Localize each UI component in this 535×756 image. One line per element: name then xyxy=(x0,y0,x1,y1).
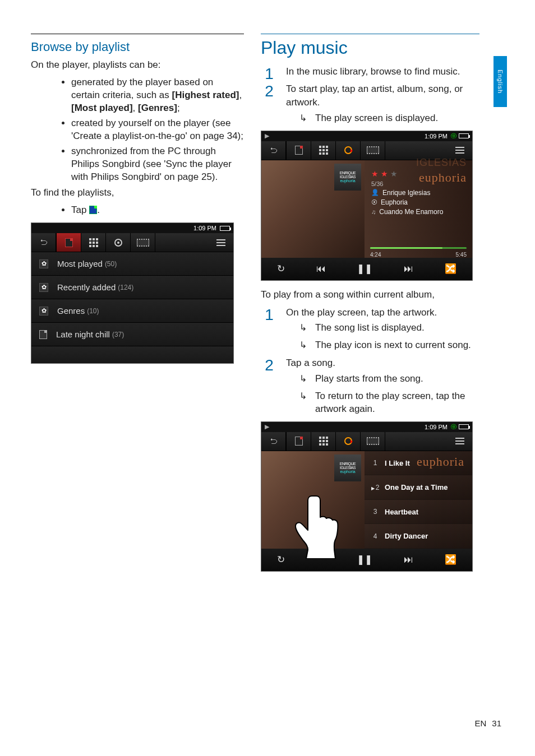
back-button[interactable]: ⮌ xyxy=(261,432,286,451)
within-step-1-result-b: The play icon is next to current song. xyxy=(299,339,479,352)
screenshot-song-list: ▶ 1:09 PM ⓔ ⮌ xyxy=(261,421,473,572)
within-step-2: Tap a song. Play starts from the song. T… xyxy=(261,356,479,415)
within-step-2-result-a: Play starts from the song. xyxy=(299,373,479,386)
album-artwork[interactable]: ENRIQUE IGLESIAS euphoria xyxy=(261,451,365,549)
tab-playlists[interactable] xyxy=(57,233,81,252)
song-number: 4 xyxy=(370,532,380,540)
playlist-label: Late night chill xyxy=(56,330,110,339)
screenshot-now-playing: ▶ 1:09 PM ⓔ ⮌ xyxy=(261,131,473,281)
playlist-count: (50) xyxy=(105,260,117,268)
song-title: One Day at a Time xyxy=(385,483,448,491)
pause-button[interactable]: ❚❚ xyxy=(357,554,372,565)
playlist-label: Most played xyxy=(57,259,103,268)
playlist-row[interactable]: Recently added (124) xyxy=(31,276,233,299)
status-time: 1:09 PM xyxy=(425,133,448,140)
total-time: 5:45 xyxy=(456,252,467,258)
song-title: I Like It xyxy=(385,459,410,467)
tab-videos[interactable] xyxy=(361,432,385,451)
song-number: 3 xyxy=(370,508,380,516)
tab-grid[interactable] xyxy=(311,141,336,160)
right-column: Play music In the music library, browse … xyxy=(261,34,479,579)
find-playlists-heading: To find the playlists, xyxy=(31,187,244,200)
signal-icon: ⓔ xyxy=(451,423,456,431)
signal-icon: ⓔ xyxy=(451,132,456,140)
left-column: Browse by playlist On the player, playli… xyxy=(31,34,244,579)
playlist-count: (37) xyxy=(112,331,124,338)
song-row[interactable]: 3Heartbeat xyxy=(365,500,472,525)
next-button[interactable]: ⏭ xyxy=(404,263,413,275)
shuffle-button[interactable]: 🔀 xyxy=(445,263,456,275)
playlist-row[interactable]: Late night chill (37) xyxy=(31,323,233,346)
bullet-created: created by yourself on the player (see '… xyxy=(71,117,244,143)
playlist-icon xyxy=(89,206,97,214)
song-title: Heartbeat xyxy=(385,508,418,516)
tab-grid[interactable] xyxy=(311,432,336,451)
toolbar: ⮌ xyxy=(31,233,233,252)
playlist-row[interactable]: Most played (50) xyxy=(31,252,233,276)
toolbar: ⮌ xyxy=(261,432,472,451)
song-number: 1 xyxy=(370,459,380,467)
menu-button[interactable] xyxy=(448,432,472,451)
page-footer: EN31 xyxy=(474,718,501,728)
next-button[interactable]: ⏭ xyxy=(404,554,413,565)
playlist-types-list: generated by the player based on certain… xyxy=(31,76,244,184)
playlist-row[interactable]: Genres (10) xyxy=(31,299,233,323)
pause-button[interactable]: ❚❚ xyxy=(357,263,372,275)
screenshot-playlist-list: 1:09 PM ⮌ Most played (50)Recently added… xyxy=(31,222,234,364)
progress-bar[interactable] xyxy=(370,247,467,249)
song-line: ♫Cuando Me Enamoro xyxy=(371,208,467,216)
bullet-synced: synchronized from the PC through Philips… xyxy=(71,145,244,184)
album-thumbnail: ENRIQUE IGLESIAS euphoria xyxy=(334,164,361,191)
playback-controls: ↻ ⏮ ❚❚ ⏭ 🔀 xyxy=(261,549,472,571)
song-title: Dirty Dancer xyxy=(385,532,428,540)
song-row[interactable]: 4Dirty Dancer xyxy=(365,524,472,549)
elapsed-time: 4:24 xyxy=(370,252,381,258)
shuffle-button[interactable]: 🔀 xyxy=(445,554,456,565)
playlist-count: (10) xyxy=(87,307,99,315)
tap-instruction: Tap . xyxy=(31,204,244,217)
playback-controls: ↻ ⏮ ❚❚ ⏭ 🔀 xyxy=(261,258,472,280)
language-tab: English xyxy=(494,56,507,107)
back-button[interactable]: ⮌ xyxy=(31,233,56,252)
tab-playlists[interactable] xyxy=(287,141,311,160)
playlist-label: Genres xyxy=(57,306,85,316)
status-bar: 1:09 PM xyxy=(31,223,233,233)
tab-now-playing[interactable] xyxy=(336,432,361,451)
tab-playlists[interactable] xyxy=(287,432,311,451)
song-row[interactable]: 2One Day at a Time xyxy=(365,475,472,500)
album-line: ⦿Euphoria xyxy=(371,198,467,206)
within-step-2-result-b: To return to the play screen, tap the ar… xyxy=(299,390,479,416)
playlist-count: (124) xyxy=(118,284,133,291)
battery-icon xyxy=(459,133,469,138)
tab-now-playing[interactable] xyxy=(336,141,361,160)
within-step-1-result-a: The song list is displayed. xyxy=(299,322,479,335)
browse-by-playlist-heading: Browse by playlist xyxy=(31,40,244,54)
status-time: 1:09 PM xyxy=(425,424,448,430)
battery-icon xyxy=(459,424,469,429)
menu-button[interactable] xyxy=(209,233,233,252)
play-within-album-heading: To play from a song within current album… xyxy=(261,289,479,302)
prev-button[interactable]: ⏮ xyxy=(316,263,326,275)
repeat-button[interactable]: ↻ xyxy=(277,263,285,275)
back-button[interactable]: ⮌ xyxy=(261,141,286,160)
status-time: 1:09 PM xyxy=(193,225,216,231)
bg-album-text: euphoria xyxy=(419,170,467,185)
tab-now-playing[interactable] xyxy=(106,233,131,252)
play-within-album-steps: On the play screen, tap the artwork. The… xyxy=(261,306,479,416)
gear-icon xyxy=(39,307,48,316)
now-playing-indicator-icon: 2 xyxy=(370,484,380,491)
album-artwork[interactable]: ENRIQUE IGLESIAS euphoria xyxy=(261,160,365,258)
now-playing-body[interactable]: ENRIQUE IGLESIAS euphoria IGLESIAS eupho… xyxy=(261,160,472,258)
play-music-steps: In the music library, browse to find mus… xyxy=(261,65,479,125)
repeat-button[interactable]: ↻ xyxy=(277,554,285,565)
step-2-result: The play screen is displayed. xyxy=(299,112,479,125)
play-music-heading: Play music xyxy=(261,38,479,58)
tab-videos[interactable] xyxy=(361,141,385,160)
step-1: In the music library, browse to find mus… xyxy=(261,65,479,79)
gear-icon xyxy=(39,259,48,268)
play-indicator-icon: ▶ xyxy=(265,423,269,430)
tab-grid[interactable] xyxy=(81,233,106,252)
tab-videos[interactable] xyxy=(131,233,155,252)
play-indicator-icon: ▶ xyxy=(265,132,269,140)
playlist-label: Recently added xyxy=(57,282,116,292)
